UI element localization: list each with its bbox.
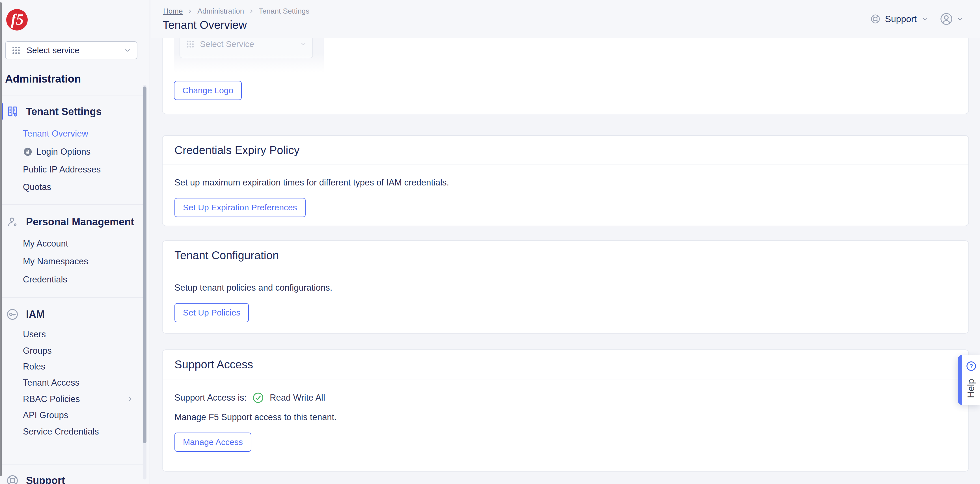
- sidebar-item-groups[interactable]: Groups: [23, 344, 52, 358]
- service-selector[interactable]: Select service: [5, 41, 137, 59]
- status-value: Read Write All: [270, 393, 325, 403]
- life-ring-icon: [6, 474, 19, 484]
- grid-icon: [11, 46, 21, 55]
- divider: [0, 298, 143, 298]
- window-edge-strip: [0, 2, 2, 476]
- sidebar-item-label: Public IP Addresses: [23, 164, 101, 175]
- sidebar-item-rbac-policies[interactable]: RBAC Policies: [23, 392, 134, 406]
- sidebar-item-api-groups[interactable]: API Groups: [23, 409, 68, 422]
- avatar-icon: [940, 13, 953, 25]
- status-label: Support Access is:: [175, 393, 247, 403]
- help-tab[interactable]: ? Help: [958, 355, 980, 405]
- question-circle-icon: ?: [966, 361, 977, 371]
- support-menu-button[interactable]: Support: [870, 14, 929, 24]
- sidebar-item-tenant-access[interactable]: Tenant Access: [23, 376, 80, 390]
- breadcrumb: Home Administration Tenant Settings: [163, 7, 309, 16]
- sidebar-item-tenant-overview[interactable]: Tenant Overview: [23, 127, 88, 140]
- key-circle-icon: [6, 308, 19, 321]
- grid-icon: [186, 40, 195, 49]
- breadcrumb-administration: Administration: [197, 7, 244, 16]
- chevron-right-icon: [248, 8, 254, 14]
- sidebar-item-label: API Groups: [23, 410, 68, 420]
- chevron-down-icon: [956, 15, 964, 22]
- chevron-down-icon: [921, 15, 929, 22]
- svg-text:f5: f5: [11, 11, 24, 28]
- card-description: Set up maximum expiration times for diff…: [175, 178, 956, 188]
- divider: [0, 465, 143, 465]
- sidebar-group-label: Tenant Settings: [26, 106, 102, 118]
- setup-expiration-preferences-button[interactable]: Set Up Expiration Preferences: [175, 198, 305, 217]
- sidebar-group-label: Support: [26, 474, 65, 484]
- sidebar-item-label: Service Credentials: [23, 427, 99, 437]
- divider: [0, 96, 143, 96]
- sidebar-item-my-account[interactable]: My Account: [23, 237, 68, 250]
- sidebar-item-roles[interactable]: Roles: [23, 360, 45, 373]
- sidebar-item-label: My Account: [23, 239, 68, 249]
- card-title: Support Access: [162, 350, 969, 379]
- account-menu-button[interactable]: [940, 13, 964, 25]
- help-tab-accent-bar: [958, 355, 962, 405]
- page-title: Tenant Overview: [162, 19, 247, 31]
- sidebar-group-label: Personal Management: [26, 216, 134, 228]
- sidebar-item-credentials[interactable]: Credentials: [23, 273, 67, 287]
- logo-card: Select Service Change Logo: [162, 38, 969, 114]
- header-actions: Support: [870, 0, 964, 38]
- life-ring-icon: [870, 14, 880, 24]
- sidebar-item-label: Roles: [23, 361, 45, 372]
- sidebar-item-label: My Namespaces: [23, 256, 88, 267]
- sidebar-section-heading: Administration: [5, 73, 81, 85]
- lock-badge-icon: [23, 147, 32, 157]
- building-gear-icon: [6, 105, 19, 118]
- sidebar-item-label: Login Options: [37, 147, 91, 157]
- support-access-status-row: Support Access is: Read Write All: [175, 392, 956, 404]
- logo-preview-image: Select Service: [174, 38, 324, 72]
- sidebar-item-label: Quotas: [23, 182, 51, 192]
- card-title: Tenant Configuration: [162, 241, 969, 270]
- preview-fade: [174, 53, 324, 72]
- sidebar-group-tenant-settings[interactable]: Tenant Settings: [6, 103, 102, 121]
- sidebar-item-public-ip-addresses[interactable]: Public IP Addresses: [23, 163, 101, 177]
- change-logo-button[interactable]: Change Logo: [174, 81, 242, 100]
- sidebar-item-quotas[interactable]: Quotas: [23, 180, 51, 194]
- sidebar-item-label: Tenant Overview: [23, 129, 88, 139]
- person-gear-icon: [6, 216, 19, 228]
- setup-policies-button[interactable]: Set Up Policies: [175, 303, 249, 322]
- chevron-down-icon: [124, 47, 131, 54]
- sidebar-item-label: RBAC Policies: [23, 394, 80, 404]
- support-access-card: Support Access Support Access is: Read W…: [162, 349, 969, 471]
- main-content: Select Service Change Logo Credentials E…: [151, 38, 980, 484]
- sidebar-group-support[interactable]: Support: [6, 471, 65, 484]
- card-title: Credentials Expiry Policy: [162, 136, 969, 165]
- breadcrumb-tenant-settings: Tenant Settings: [259, 7, 309, 16]
- tenant-configuration-card: Tenant Configuration Setup tenant polici…: [162, 240, 969, 334]
- sidebar-item-my-namespaces[interactable]: My Namespaces: [23, 255, 88, 268]
- card-description: Setup tenant policies and configurations…: [175, 283, 956, 293]
- breadcrumb-home[interactable]: Home: [163, 7, 183, 16]
- sidebar-item-label: Groups: [23, 346, 52, 356]
- svg-text:?: ?: [970, 363, 973, 369]
- sidebar-group-label: IAM: [26, 309, 45, 320]
- app-window: f5 Select service Administration: [0, 0, 980, 484]
- chevron-right-icon: [187, 8, 193, 14]
- check-circle-icon: [252, 392, 264, 404]
- f5-logo: f5: [6, 8, 28, 31]
- sidebar-item-label: Tenant Access: [23, 378, 80, 388]
- sidebar-item-service-credentials[interactable]: Service Credentials: [23, 425, 99, 438]
- sidebar-scrollbar-thumb[interactable]: [143, 86, 146, 443]
- sidebar-item-login-options[interactable]: Login Options: [23, 145, 91, 159]
- manage-access-button[interactable]: Manage Access: [175, 433, 251, 452]
- sidebar-group-personal-management[interactable]: Personal Management: [6, 213, 134, 231]
- service-selector-label: Select service: [27, 46, 118, 55]
- support-menu-label: Support: [885, 14, 917, 24]
- chevron-right-icon: [126, 395, 134, 403]
- credentials-expiry-card: Credentials Expiry Policy Set up maximum…: [162, 135, 969, 226]
- divider: [0, 204, 143, 205]
- sidebar-item-label: Users: [23, 330, 46, 339]
- page-header: Home Administration Tenant Settings Tena…: [151, 0, 980, 38]
- sidebar-item-users[interactable]: Users: [23, 328, 46, 341]
- logo-preview-label: Select Service: [200, 39, 295, 49]
- help-tab-label: Help: [962, 375, 980, 402]
- sidebar-group-iam[interactable]: IAM: [6, 305, 45, 323]
- chevron-down-icon: [300, 41, 307, 48]
- sidebar: f5 Select service Administration: [0, 0, 150, 484]
